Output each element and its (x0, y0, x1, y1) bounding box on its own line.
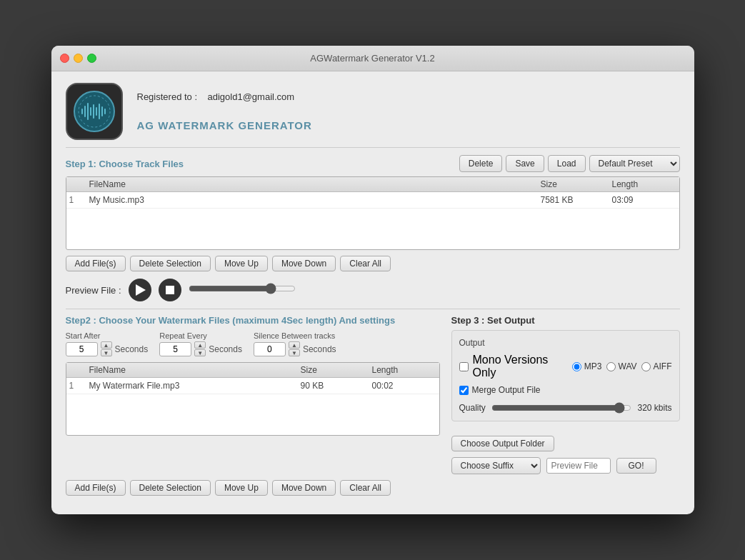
step2-table-body: 1 My Watermark File.mp3 90 KB 00:02 (66, 378, 439, 435)
output-folder-section: Choose Output Folder (451, 436, 680, 457)
window-title: AGWatermark Generator V1.2 (310, 53, 434, 64)
preview-file-input[interactable] (546, 458, 611, 474)
app-logo (66, 83, 123, 140)
step1-clear-button[interactable]: Clear All (340, 256, 391, 271)
step2-table-row[interactable]: 1 My Watermark File.mp3 90 KB 00:02 (66, 378, 439, 394)
row-length: 03:09 (612, 195, 676, 205)
main-window: AGWatermark Generator V1.2 (51, 46, 694, 514)
row-num: 1 (69, 195, 89, 205)
start-after-up-arrow[interactable]: ▲ (101, 341, 112, 349)
silence-arrows: ▲ ▼ (289, 341, 300, 356)
two-column-layout: Step2 : Choose Your Watermark Files (max… (66, 315, 680, 474)
go-button[interactable]: GO! (616, 458, 656, 474)
start-after-unit: Seconds (115, 344, 149, 354)
silence-input[interactable] (254, 342, 286, 356)
repeat-every-input[interactable] (159, 342, 191, 356)
output-section: Output Mono Versions Only MP3 WAV (451, 330, 680, 421)
step2-delete-selection-button[interactable]: Delete Selection (130, 480, 211, 496)
header-section: Registered to : adigold1@gmail.com AG WA… (66, 83, 680, 140)
preview-slider-container (189, 283, 296, 297)
header-info: Registered to : adigold1@gmail.com AG WA… (137, 91, 680, 131)
step2-move-up-button[interactable]: Move Up (215, 480, 268, 496)
section-divider (66, 309, 680, 309)
titlebar: AGWatermark Generator V1.2 (51, 46, 694, 71)
svg-rect-9 (101, 106, 103, 116)
mono-label: Mono Versions Only (473, 354, 568, 379)
step1-move-up-button[interactable]: Move Up (215, 256, 268, 271)
aiff-radio-item: AIFF (641, 361, 672, 371)
mp3-label: MP3 (584, 361, 602, 371)
svg-rect-7 (96, 107, 97, 116)
load-button[interactable]: Load (548, 155, 586, 172)
mono-checkbox-row: Mono Versions Only MP3 WAV AIFF (459, 354, 672, 379)
silence-unit: Seconds (303, 344, 336, 354)
repeat-every-down-arrow[interactable]: ▼ (194, 349, 206, 356)
col-filename-header: FileName (89, 179, 541, 189)
window-controls (60, 54, 96, 63)
step1-number: Step 1 (66, 159, 94, 169)
step2-row-num: 1 (69, 381, 89, 391)
step1-add-button[interactable]: Add File(s) (66, 256, 126, 271)
close-button[interactable] (60, 54, 69, 63)
step2-clear-button[interactable]: Clear All (340, 480, 391, 496)
repeat-every-up-arrow[interactable]: ▲ (194, 341, 206, 349)
step3-column: Step 3 : Set Output Output Mono Versions… (451, 315, 680, 474)
repeat-every-arrows: ▲ ▼ (194, 341, 206, 356)
start-after-input[interactable] (66, 342, 98, 356)
preview-slider[interactable] (189, 283, 296, 294)
step1-table-header: FileName Size Length (66, 177, 679, 192)
quality-slider[interactable] (491, 402, 632, 414)
step2-header: Step2 : Choose Your Watermark Files (max… (66, 315, 440, 326)
header-divider (66, 147, 680, 148)
mp3-radio-item: MP3 (572, 361, 602, 371)
svg-rect-2 (81, 109, 83, 114)
registered-label: Registered to : (137, 91, 198, 102)
step1-suffix: : Choose Track Files (94, 159, 184, 169)
minimize-button[interactable] (74, 54, 83, 63)
delete-button[interactable]: Delete (459, 155, 503, 172)
repeat-every-group: Repeat Every ▲ ▼ Seconds (159, 331, 242, 356)
choose-suffix-select[interactable]: Choose Suffix (451, 457, 541, 474)
row-size: 7581 KB (541, 195, 612, 205)
maximize-button[interactable] (87, 54, 96, 63)
step1-move-down-button[interactable]: Move Down (272, 256, 336, 271)
wav-radio[interactable] (606, 362, 616, 371)
row-filename: My Music.mp3 (89, 195, 541, 205)
play-button[interactable] (129, 279, 151, 301)
step2-row-size: 90 KB (301, 381, 372, 391)
step2-move-down-button[interactable]: Move Down (272, 480, 336, 496)
wav-radio-item: WAV (606, 361, 637, 371)
merge-label: Merge Output File (472, 385, 541, 395)
aiff-radio[interactable] (641, 362, 651, 371)
merge-checkbox[interactable] (459, 386, 469, 395)
preview-section: Preview File : (66, 279, 680, 301)
step3-bottom-row: Choose Suffix GO! (451, 457, 680, 474)
silence-group: Silence Between tracks ▲ ▼ Seconds (254, 331, 336, 356)
start-after-arrows: ▲ ▼ (101, 341, 112, 356)
step2-col-filename-header: FileName (89, 365, 301, 375)
step1-delete-selection-button[interactable]: Delete Selection (130, 256, 211, 271)
silence-down-arrow[interactable]: ▼ (289, 349, 300, 356)
start-after-down-arrow[interactable]: ▼ (101, 349, 112, 356)
col-size-header: Size (541, 179, 612, 189)
step2-label: Step2 (66, 315, 91, 326)
silence-up-arrow[interactable]: ▲ (289, 341, 300, 349)
table-row[interactable]: 1 My Music.mp3 7581 KB 03:09 (66, 192, 679, 209)
step2-add-button[interactable]: Add File(s) (66, 480, 126, 496)
preset-select[interactable]: Default Preset (589, 155, 680, 172)
spinner-row: Start After ▲ ▼ Seconds Repeat Every (66, 331, 440, 356)
step2-col-length-header: Length (372, 365, 436, 375)
silence-label: Silence Between tracks (254, 331, 336, 340)
stop-button[interactable] (159, 279, 181, 301)
mp3-radio[interactable] (572, 362, 581, 371)
content-area: Registered to : adigold1@gmail.com AG WA… (51, 71, 694, 514)
start-after-group: Start After ▲ ▼ Seconds (66, 331, 149, 356)
step3-header: Step 3 : Set Output (451, 315, 680, 326)
svg-rect-6 (93, 104, 94, 119)
output-label: Output (459, 338, 672, 348)
choose-output-folder-button[interactable]: Choose Output Folder (451, 436, 554, 451)
step2-column: Step2 : Choose Your Watermark Files (max… (66, 315, 440, 474)
step1-label: Step 1: Choose Track Files (66, 159, 184, 169)
save-button[interactable]: Save (506, 155, 544, 172)
mono-checkbox[interactable] (459, 362, 469, 371)
